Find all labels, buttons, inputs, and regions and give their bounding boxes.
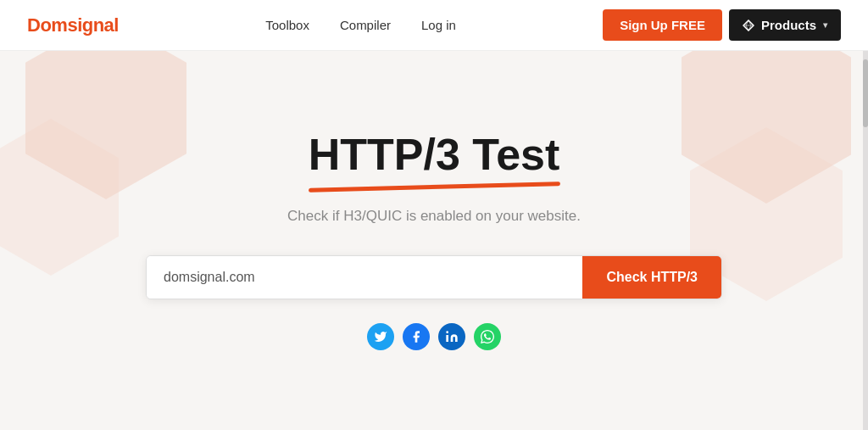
svg-point-0 (446, 331, 448, 333)
chevron-down-icon: ▾ (823, 20, 827, 30)
page-title: HTTP/3 Test (309, 131, 560, 179)
signup-button[interactable]: Sign Up FREE (603, 9, 722, 41)
nav-toolbox[interactable]: Toolbox (265, 18, 309, 32)
scrollbar-thumb[interactable] (863, 59, 868, 127)
check-button[interactable]: Check HTTP/3 (582, 256, 721, 299)
navigation: Domsignal Toolbox Compiler Log in Sign U… (0, 0, 868, 51)
nav-actions: Sign Up FREE Products ▾ (603, 9, 841, 41)
social-share-bar (17, 323, 851, 350)
nav-links: Toolbox Compiler Log in (265, 18, 456, 32)
hero-section: HTTP/3 Test Check if H3/QUIC is enabled … (0, 131, 868, 350)
share-whatsapp-button[interactable] (474, 323, 501, 350)
logo-text: omsignal (40, 14, 119, 36)
share-twitter-button[interactable] (367, 323, 394, 350)
title-underline (309, 181, 560, 193)
products-button[interactable]: Products ▾ (729, 9, 841, 41)
products-label: Products (761, 18, 816, 32)
nav-login[interactable]: Log in (421, 18, 456, 32)
nav-compiler[interactable]: Compiler (340, 18, 391, 32)
hero-subtitle: Check if H3/QUIC is enabled on your webs… (17, 208, 851, 225)
share-linkedin-button[interactable] (438, 323, 465, 350)
diamond-icon (743, 20, 754, 31)
url-input[interactable] (147, 256, 582, 299)
url-input-bar: Check HTTP/3 (146, 255, 722, 299)
main-content: HTTP/3 Test Check if H3/QUIC is enabled … (0, 51, 868, 430)
logo[interactable]: Domsignal (27, 14, 119, 36)
share-facebook-button[interactable] (403, 323, 430, 350)
logo-accent: D (27, 14, 40, 36)
